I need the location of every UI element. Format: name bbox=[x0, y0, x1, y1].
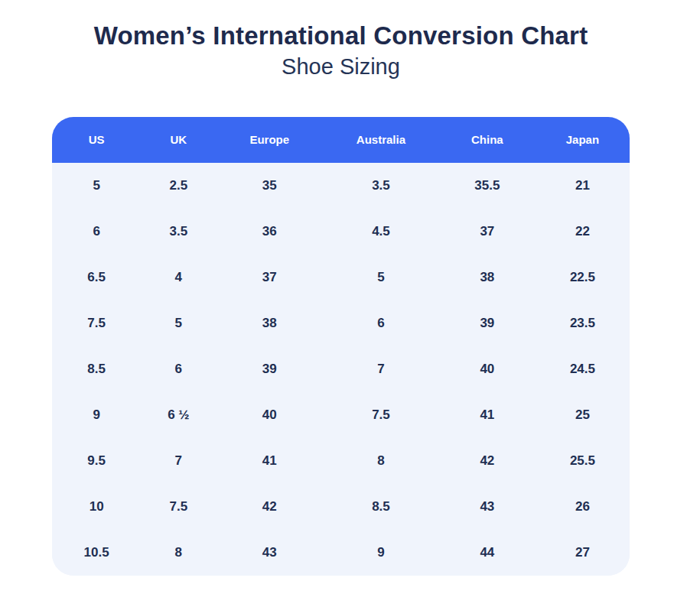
table-cell: 36 bbox=[216, 209, 323, 255]
table-cell: 22.5 bbox=[536, 255, 630, 300]
table-cell: 41 bbox=[216, 438, 323, 484]
table-cell: 43 bbox=[439, 484, 536, 530]
table-cell: 7 bbox=[323, 346, 439, 392]
table-cell: 6 ½ bbox=[141, 392, 216, 438]
table-cell: 4 bbox=[141, 255, 216, 300]
table-cell: 23.5 bbox=[536, 300, 630, 346]
table-cell: 8 bbox=[141, 530, 216, 576]
table-cell: 8 bbox=[323, 438, 439, 484]
table-cell: 10.5 bbox=[52, 530, 141, 576]
table-cell: 41 bbox=[439, 392, 536, 438]
table-row: 7.553863923.5 bbox=[52, 300, 630, 346]
column-header-china: China bbox=[439, 117, 536, 163]
table-cell: 6 bbox=[52, 209, 141, 255]
table-cell: 43 bbox=[216, 530, 323, 576]
table-cell: 8.5 bbox=[52, 346, 141, 392]
table-cell: 6 bbox=[141, 346, 216, 392]
page-subtitle: Shoe Sizing bbox=[52, 53, 630, 82]
table-cell: 38 bbox=[216, 300, 323, 346]
table-cell: 40 bbox=[439, 346, 536, 392]
table-cell: 8.5 bbox=[323, 484, 439, 530]
table-cell: 44 bbox=[439, 530, 536, 576]
table-cell: 42 bbox=[216, 484, 323, 530]
table-row: 10.584394427 bbox=[52, 530, 630, 576]
conversion-chart-section: Women’s International Conversion Chart S… bbox=[52, 0, 630, 576]
table-cell: 35 bbox=[216, 163, 323, 209]
table-cell: 27 bbox=[536, 530, 630, 576]
table-row: 96 ½407.54125 bbox=[52, 392, 630, 438]
table-cell: 3.5 bbox=[141, 209, 216, 255]
table-cell: 9 bbox=[52, 392, 141, 438]
table-row: 63.5364.53722 bbox=[52, 209, 630, 255]
table-cell: 7.5 bbox=[141, 484, 216, 530]
table-body: 52.5353.535.52163.5364.537226.543753822.… bbox=[52, 163, 630, 576]
page-title: Women’s International Conversion Chart bbox=[52, 20, 630, 51]
table-cell: 5 bbox=[141, 300, 216, 346]
table-cell: 9.5 bbox=[52, 438, 141, 484]
table-cell: 25 bbox=[536, 392, 630, 438]
column-header-australia: Australia bbox=[323, 117, 439, 163]
table-cell: 42 bbox=[439, 438, 536, 484]
table-cell: 2.5 bbox=[141, 163, 216, 209]
table-row: 52.5353.535.521 bbox=[52, 163, 630, 209]
table-row: 107.5428.54326 bbox=[52, 484, 630, 530]
column-header-europe: Europe bbox=[216, 117, 323, 163]
table-cell: 35.5 bbox=[439, 163, 536, 209]
table-cell: 4.5 bbox=[323, 209, 439, 255]
table-header: US UK Europe Australia China Japan bbox=[52, 117, 630, 163]
table-cell: 37 bbox=[439, 209, 536, 255]
table-row: 6.543753822.5 bbox=[52, 255, 630, 300]
table-row: 9.574184225.5 bbox=[52, 438, 630, 484]
table-cell: 7 bbox=[141, 438, 216, 484]
table-cell: 24.5 bbox=[536, 346, 630, 392]
table-cell: 3.5 bbox=[323, 163, 439, 209]
table-cell: 6.5 bbox=[52, 255, 141, 300]
table-cell: 7.5 bbox=[323, 392, 439, 438]
table-cell: 10 bbox=[52, 484, 141, 530]
table-cell: 7.5 bbox=[52, 300, 141, 346]
table-cell: 26 bbox=[536, 484, 630, 530]
table-header-row: US UK Europe Australia China Japan bbox=[52, 117, 630, 163]
table-cell: 39 bbox=[439, 300, 536, 346]
size-conversion-table-card: US UK Europe Australia China Japan 52.53… bbox=[52, 117, 630, 576]
table-cell: 25.5 bbox=[536, 438, 630, 484]
column-header-japan: Japan bbox=[536, 117, 630, 163]
table-cell: 5 bbox=[52, 163, 141, 209]
table-cell: 37 bbox=[216, 255, 323, 300]
table-row: 8.563974024.5 bbox=[52, 346, 630, 392]
table-cell: 21 bbox=[536, 163, 630, 209]
column-header-uk: UK bbox=[141, 117, 216, 163]
table-cell: 40 bbox=[216, 392, 323, 438]
table-cell: 22 bbox=[536, 209, 630, 255]
column-header-us: US bbox=[52, 117, 141, 163]
table-cell: 6 bbox=[323, 300, 439, 346]
table-cell: 38 bbox=[439, 255, 536, 300]
table-cell: 5 bbox=[323, 255, 439, 300]
size-conversion-table: US UK Europe Australia China Japan 52.53… bbox=[52, 117, 630, 576]
table-cell: 39 bbox=[216, 346, 323, 392]
table-cell: 9 bbox=[323, 530, 439, 576]
